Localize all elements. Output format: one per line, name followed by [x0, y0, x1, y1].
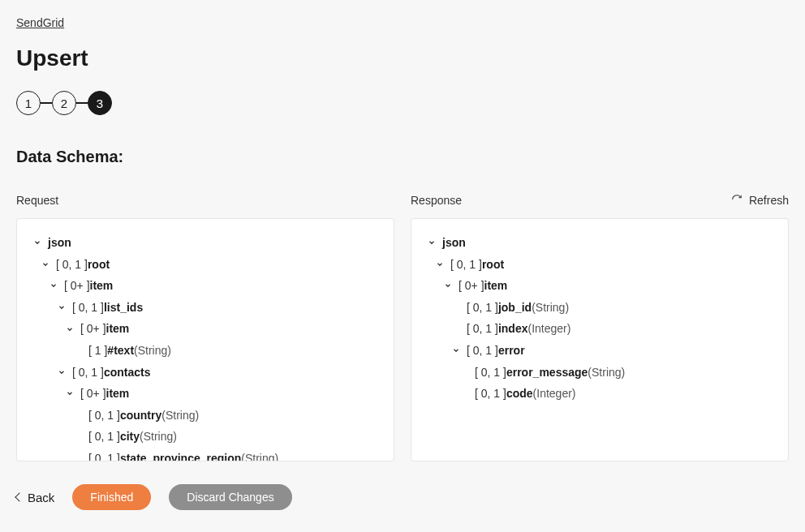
step-line	[41, 102, 52, 104]
tree-row[interactable]: [ 0, 1 ] contacts	[32, 362, 379, 384]
cardinality: [ 0, 1 ]	[72, 362, 104, 384]
cardinality: [ 0, 1 ]	[56, 254, 88, 276]
tree-row[interactable]: [ 0, 1 ] index (Integer)	[426, 318, 773, 340]
chevron-down-icon[interactable]	[450, 345, 462, 356]
cardinality: [ 0, 1 ]	[88, 426, 120, 448]
finished-button[interactable]: Finished	[72, 484, 151, 510]
response-panel: json[ 0, 1 ] root[ 0+ ] item[ 0, 1 ] job…	[411, 218, 789, 461]
cardinality: [ 0, 1 ]	[88, 448, 120, 461]
field-name: root	[482, 254, 504, 276]
refresh-icon	[731, 194, 743, 208]
tree-leaf-spacer	[72, 453, 84, 461]
tree-row[interactable]: [ 0+ ] item	[32, 383, 379, 405]
cardinality: [ 1 ]	[88, 340, 107, 362]
discard-button[interactable]: Discard Changes	[169, 484, 291, 510]
step-3[interactable]: 3	[88, 91, 112, 115]
cardinality: [ 0+ ]	[458, 275, 484, 297]
tree-row[interactable]: [ 0, 1 ] root	[32, 254, 379, 276]
chevron-down-icon[interactable]	[56, 302, 67, 313]
tree-row[interactable]: [ 0, 1 ] root	[426, 254, 773, 276]
cardinality: [ 0, 1 ]	[467, 297, 498, 319]
step-2[interactable]: 2	[52, 91, 76, 115]
field-name: item	[106, 383, 130, 405]
tree-row[interactable]: [ 0, 1 ] country (String)	[32, 405, 379, 427]
field-name: error	[498, 340, 525, 362]
chevron-down-icon[interactable]	[64, 324, 75, 335]
chevron-down-icon[interactable]	[434, 259, 446, 270]
tree-row[interactable]: json	[426, 232, 773, 254]
cardinality: [ 0+ ]	[64, 275, 90, 297]
field-type: (String)	[532, 297, 569, 319]
tree-row[interactable]: [ 0, 1 ] job_id (String)	[426, 297, 773, 319]
back-label: Back	[28, 491, 54, 504]
field-type: (String)	[134, 340, 171, 362]
cardinality: [ 0, 1 ]	[467, 340, 498, 362]
cardinality: [ 0, 1 ]	[450, 254, 482, 276]
breadcrumb[interactable]: SendGrid	[16, 16, 64, 29]
cardinality: [ 0, 1 ]	[467, 318, 498, 340]
page-title: Upsert	[16, 45, 789, 71]
chevron-down-icon[interactable]	[32, 237, 43, 248]
tree-leaf-spacer	[450, 324, 462, 335]
cardinality: [ 0, 1 ]	[88, 405, 120, 427]
field-name: country	[120, 405, 161, 427]
field-name: root	[88, 254, 110, 276]
step-1[interactable]: 1	[16, 91, 41, 115]
step-line	[76, 102, 88, 104]
field-type: (String)	[241, 448, 278, 461]
refresh-label: Refresh	[749, 194, 789, 207]
tree-row[interactable]: [ 0+ ] item	[32, 275, 379, 297]
chevron-left-icon	[15, 492, 24, 501]
tree-leaf-spacer	[72, 410, 84, 421]
tree-row[interactable]: [ 0+ ] item	[32, 318, 379, 340]
field-type: (String)	[161, 405, 199, 427]
cardinality: [ 0, 1 ]	[475, 383, 506, 405]
chevron-down-icon[interactable]	[426, 237, 437, 248]
tree-row[interactable]: [ 0, 1 ] state_province_region (String)	[32, 448, 379, 461]
field-name: item	[484, 275, 508, 297]
tree-row[interactable]: json	[32, 232, 379, 254]
cardinality: [ 0+ ]	[80, 383, 106, 405]
field-name: contacts	[104, 362, 151, 384]
field-type: (Integer)	[533, 383, 576, 405]
tree-leaf-spacer	[458, 388, 470, 399]
field-name: item	[90, 275, 114, 297]
cardinality: [ 0+ ]	[80, 318, 106, 340]
tree-leaf-spacer	[450, 302, 462, 313]
tree-row[interactable]: [ 0, 1 ] code (Integer)	[426, 383, 773, 405]
request-panel: json[ 0, 1 ] root[ 0+ ] item[ 0, 1 ] lis…	[16, 218, 394, 461]
field-type: (String)	[140, 426, 177, 448]
field-name: json	[442, 232, 466, 254]
field-type: (Integer)	[528, 318, 571, 340]
chevron-down-icon[interactable]	[48, 280, 59, 291]
chevron-down-icon[interactable]	[442, 280, 454, 291]
field-name: job_id	[498, 297, 532, 319]
stepper: 123	[16, 91, 789, 115]
tree-row[interactable]: [ 0, 1 ] city (String)	[32, 426, 379, 448]
field-type: (String)	[588, 362, 625, 384]
field-name: state_province_region	[120, 448, 241, 461]
cardinality: [ 0, 1 ]	[475, 362, 506, 384]
field-name: item	[106, 318, 130, 340]
chevron-down-icon[interactable]	[56, 367, 67, 378]
field-name: list_ids	[104, 297, 143, 319]
field-name: code	[506, 383, 533, 405]
tree-leaf-spacer	[72, 345, 84, 356]
field-name: index	[498, 318, 528, 340]
chevron-down-icon[interactable]	[40, 259, 51, 270]
field-name: #text	[107, 340, 134, 362]
tree-row[interactable]: [ 1 ] #text (String)	[32, 340, 379, 362]
back-button[interactable]: Back	[16, 491, 54, 504]
tree-leaf-spacer	[72, 431, 84, 443]
tree-row[interactable]: [ 0+ ] item	[426, 275, 773, 297]
field-name: city	[120, 426, 140, 448]
tree-row[interactable]: [ 0, 1 ] error	[426, 340, 773, 362]
tree-row[interactable]: [ 0, 1 ] list_ids	[32, 297, 379, 319]
refresh-button[interactable]: Refresh	[731, 194, 789, 208]
section-title: Data Schema:	[16, 148, 789, 166]
response-label: Response	[411, 194, 462, 207]
chevron-down-icon[interactable]	[64, 388, 75, 399]
field-name: error_message	[506, 362, 588, 384]
request-label: Request	[16, 194, 58, 207]
tree-row[interactable]: [ 0, 1 ] error_message (String)	[426, 362, 773, 384]
